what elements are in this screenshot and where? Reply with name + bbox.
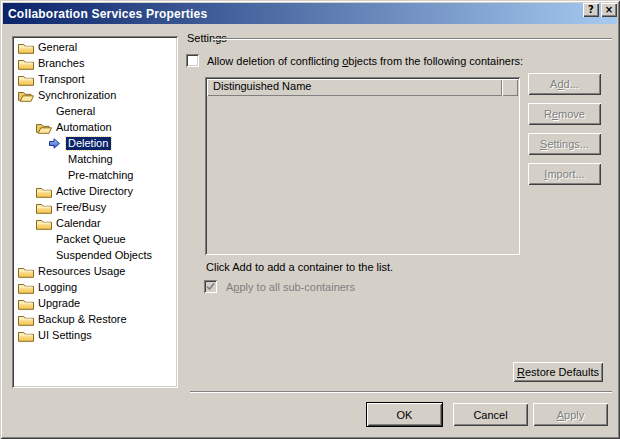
folder-closed-icon (36, 184, 54, 198)
folder-closed-icon (18, 56, 36, 70)
settings-button[interactable]: Settings... (528, 133, 601, 155)
tree-item-automation[interactable]: Automation (14, 119, 178, 135)
folder-closed-icon (18, 264, 36, 278)
tree-item-matching[interactable]: Matching (14, 151, 178, 167)
tree-item-label: Upgrade (36, 297, 83, 310)
tree-item-label: UI Settings (36, 329, 95, 342)
help-button[interactable]: ? (583, 3, 599, 17)
tree-item-spacer (48, 168, 66, 182)
add-button[interactable]: Add... (528, 73, 601, 95)
apply-subcontainers-checkbox[interactable] (204, 280, 217, 293)
import-button[interactable]: Import... (528, 163, 601, 185)
cancel-button[interactable]: Cancel (453, 403, 528, 426)
tree-view[interactable]: General Branches Transport Synchronizati… (12, 36, 178, 388)
tree-item-label: Deletion (66, 137, 111, 150)
tree-item-label: Free/Busy (54, 201, 109, 214)
close-button[interactable]: × (601, 3, 617, 17)
tree-item-label: Transport (36, 73, 88, 86)
column-header-distinguished-name[interactable]: Distinguished Name (207, 79, 502, 96)
tree-item-general[interactable]: General (14, 39, 178, 55)
title-bar[interactable]: Collaboration Services Properties (3, 3, 617, 24)
folder-closed-icon (18, 40, 36, 54)
folder-closed-icon (18, 312, 36, 326)
properties-dialog: Collaboration Services Properties ? × Ge… (0, 0, 620, 439)
tree-item-backup-restore[interactable]: Backup & Restore (14, 311, 178, 327)
tree-item-deletion[interactable]: Deletion (14, 135, 178, 151)
footer-separator (190, 391, 612, 393)
tree-item-synchronization[interactable]: Synchronization (14, 87, 178, 103)
settings-group-line (213, 38, 612, 40)
folder-closed-icon (36, 200, 54, 214)
check-icon (206, 282, 215, 291)
folder-closed-icon (18, 280, 36, 294)
tree-item-calendar[interactable]: Calendar (14, 215, 178, 231)
folder-closed-icon (18, 296, 36, 310)
tree-item-free-busy[interactable]: Free/Busy (14, 199, 178, 215)
column-header-stub[interactable] (502, 79, 518, 96)
window-title: Collaboration Services Properties (8, 7, 207, 21)
remove-button[interactable]: Remove (528, 103, 601, 125)
tree-item-branches[interactable]: Branches (14, 55, 178, 71)
tree-item-label: Resources Usage (36, 265, 128, 278)
tree-item-label: Pre-matching (66, 169, 136, 182)
tree-item-label: Branches (36, 57, 87, 70)
arrow-right-icon (48, 136, 66, 150)
tree-item-spacer (36, 232, 54, 246)
folder-closed-icon (18, 328, 36, 342)
restore-defaults-button[interactable]: Restore Defaults (513, 362, 603, 382)
allow-deletion-checkbox[interactable] (186, 54, 199, 67)
tree-item-spacer (48, 152, 66, 166)
tree-item-label: Logging (36, 281, 80, 294)
folder-open-icon (18, 88, 36, 102)
tree-item-label: Active Directory (54, 185, 136, 198)
tree-item-ui-settings[interactable]: UI Settings (14, 327, 178, 343)
tree-item-resources-usage[interactable]: Resources Usage (14, 263, 178, 279)
tree-item-general[interactable]: General (14, 103, 178, 119)
tree-item-label: Automation (54, 121, 115, 134)
tree-item-label: Calendar (54, 217, 104, 230)
tree-item-spacer (36, 104, 54, 118)
tree-item-label: Suspended Objects (54, 249, 155, 262)
folder-open-icon (36, 120, 54, 134)
tree-item-label: Matching (66, 153, 116, 166)
folder-closed-icon (18, 72, 36, 86)
tree-item-transport[interactable]: Transport (14, 71, 178, 87)
tree-item-logging[interactable]: Logging (14, 279, 178, 295)
tree-item-pre-matching[interactable]: Pre-matching (14, 167, 178, 183)
tree-item-label: Synchronization (36, 89, 119, 102)
tree-item-upgrade[interactable]: Upgrade (14, 295, 178, 311)
hint-text: Click Add to add a container to the list… (206, 261, 393, 273)
ok-button[interactable]: OK (367, 403, 442, 426)
tree-item-label: Packet Queue (54, 233, 129, 246)
tree-item-label: General (36, 41, 80, 54)
tree-item-packet-queue[interactable]: Packet Queue (14, 231, 178, 247)
allow-deletion-label[interactable]: Allow deletion of conflicting objects fr… (207, 55, 523, 67)
tree-item-label: Backup & Restore (36, 313, 130, 326)
tree-item-label: General (54, 105, 98, 118)
apply-button[interactable]: Apply (533, 403, 608, 426)
tree-item-suspended-objects[interactable]: Suspended Objects (14, 247, 178, 263)
tree-item-active-directory[interactable]: Active Directory (14, 183, 178, 199)
tree-item-spacer (36, 248, 54, 262)
container-list: Distinguished Name (205, 77, 520, 255)
apply-subcontainers-label[interactable]: Apply to all sub-containers (226, 281, 355, 293)
folder-closed-icon (36, 216, 54, 230)
container-list-header: Distinguished Name (207, 79, 518, 96)
